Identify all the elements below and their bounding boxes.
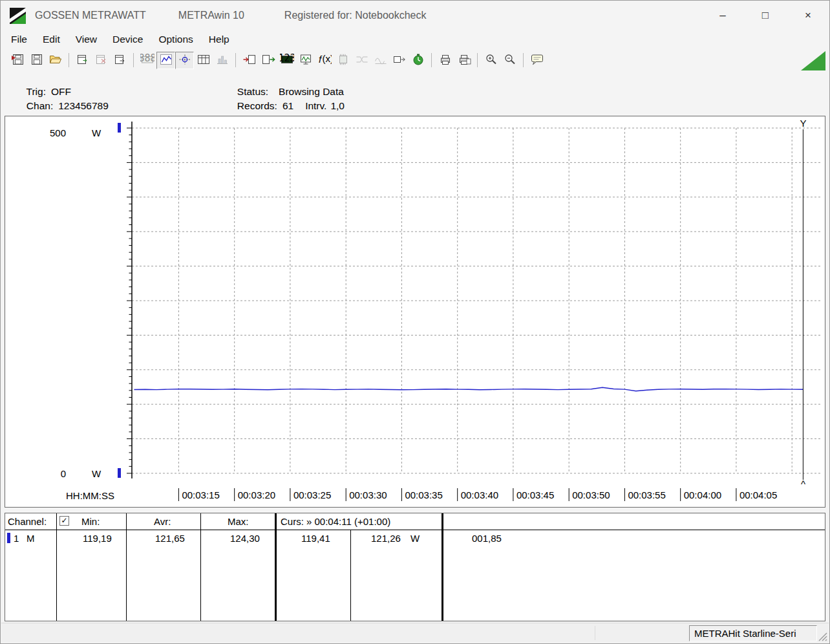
card-export-button[interactable] bbox=[73, 52, 92, 69]
card-next-button[interactable] bbox=[111, 52, 129, 69]
card-export-icon bbox=[76, 53, 90, 68]
chart-line-icon bbox=[159, 53, 173, 68]
table-view-icon bbox=[197, 53, 211, 68]
maximize-button[interactable]: □ bbox=[744, 1, 787, 30]
status-bar: METRAHit Starline-Seri bbox=[1, 623, 829, 643]
chart-xy-icon bbox=[178, 53, 192, 68]
menu-device[interactable]: Device bbox=[105, 32, 151, 47]
menu-file[interactable]: File bbox=[3, 32, 35, 47]
chart-bar-button bbox=[213, 52, 231, 69]
timer-button[interactable] bbox=[409, 52, 427, 69]
numeric-display-icon: 123 bbox=[280, 53, 294, 68]
header-max: Max: bbox=[228, 516, 249, 527]
display-lcd-button: 888 bbox=[138, 52, 156, 69]
title-bar: GOSSEN METRAWATT METRAwin 10 Registered … bbox=[1, 1, 829, 30]
svg-text:0: 0 bbox=[61, 468, 66, 479]
zoom-out-icon bbox=[503, 53, 517, 68]
print-page-icon bbox=[457, 53, 471, 68]
hint-icon bbox=[530, 53, 544, 68]
zoom-in-icon bbox=[484, 53, 498, 68]
toolbar-separator bbox=[477, 53, 478, 67]
svg-text:00:03:15: 00:03:15 bbox=[182, 489, 219, 500]
svg-text:HH:MM:SS: HH:MM:SS bbox=[66, 490, 114, 501]
numeric-display-button[interactable]: 123 bbox=[277, 52, 296, 69]
statusbar-divider bbox=[595, 626, 595, 640]
formula-button[interactable]: f(x) bbox=[315, 52, 334, 69]
title-registered: Registered for: Notebookcheck bbox=[284, 10, 427, 21]
toolbar-separator bbox=[523, 53, 524, 67]
toolbar-corner-triangle-icon bbox=[801, 51, 825, 70]
header-channel: Channel: bbox=[8, 516, 47, 527]
cell-avr: 121,65 bbox=[155, 533, 185, 544]
cell-cursor-1: 119,41 bbox=[301, 533, 330, 544]
file-save-button[interactable] bbox=[27, 52, 46, 69]
power-chart[interactable]: 500W0WHH:MM:SS00:03:1500:03:2000:03:2500… bbox=[5, 116, 825, 507]
channel-split-button bbox=[352, 52, 371, 69]
svg-text:00:03:55: 00:03:55 bbox=[628, 489, 665, 500]
card-delete-icon bbox=[94, 53, 109, 68]
chart-xy-button[interactable] bbox=[175, 52, 194, 69]
menu-options[interactable]: Options bbox=[151, 32, 200, 47]
table-view-button[interactable] bbox=[194, 52, 213, 69]
svg-text:W: W bbox=[92, 468, 101, 479]
transfer-out-button[interactable] bbox=[259, 52, 277, 69]
scope-display-button[interactable] bbox=[296, 52, 315, 69]
folder-open-button[interactable] bbox=[46, 52, 65, 69]
transfer-in-button[interactable] bbox=[240, 52, 259, 69]
channel-split-icon bbox=[355, 53, 369, 68]
menu-view[interactable]: View bbox=[68, 32, 105, 47]
svg-text:00:03:45: 00:03:45 bbox=[516, 489, 554, 500]
cell-channel-number: 1 bbox=[14, 533, 19, 544]
channel-color-marker bbox=[7, 533, 10, 543]
channel-visible-checkbox[interactable]: ✓ bbox=[59, 516, 69, 526]
toolbar-separator bbox=[69, 53, 69, 67]
timer-icon bbox=[411, 53, 425, 68]
svg-text:00:03:25: 00:03:25 bbox=[293, 489, 331, 500]
print-page-button[interactable] bbox=[454, 52, 473, 69]
app-window: GOSSEN METRAWATT METRAwin 10 Registered … bbox=[0, 0, 830, 644]
table-header: Channel: ✓ Min: Avr: Max: Curs: » 00:04:… bbox=[5, 513, 825, 530]
chart-bar-icon bbox=[215, 53, 229, 68]
channel-merge-button bbox=[371, 52, 390, 69]
svg-text:(x): (x) bbox=[322, 53, 332, 64]
folder-open-icon bbox=[48, 53, 63, 68]
title-brand: GOSSEN METRAWATT bbox=[35, 10, 146, 21]
toolbar-separator bbox=[235, 53, 236, 67]
svg-text:00:03:40: 00:03:40 bbox=[461, 489, 498, 500]
print-icon bbox=[438, 53, 452, 68]
send-settings-button[interactable] bbox=[390, 52, 409, 69]
resize-grip[interactable] bbox=[818, 632, 827, 641]
window-controls: – □ × bbox=[701, 1, 829, 30]
card-next-icon bbox=[113, 53, 127, 68]
toolbar-separator bbox=[431, 53, 432, 67]
intrv-label: Intrv. bbox=[305, 100, 326, 111]
cell-extra: 001,85 bbox=[472, 533, 502, 544]
svg-text:00:03:30: 00:03:30 bbox=[349, 489, 387, 500]
menu-edit[interactable]: Edit bbox=[35, 32, 68, 47]
channel-merge-icon bbox=[374, 53, 388, 68]
menu-help[interactable]: Help bbox=[201, 32, 237, 47]
header-avr: Avr: bbox=[154, 516, 171, 527]
device-name-box: METRAHit Starline-Seri bbox=[689, 625, 817, 641]
cell-min: 119,19 bbox=[83, 533, 112, 544]
svg-text:00:04:00: 00:04:00 bbox=[684, 489, 721, 500]
zoom-in-button[interactable] bbox=[482, 52, 500, 69]
minimize-button[interactable]: – bbox=[701, 1, 744, 30]
zoom-out-button[interactable] bbox=[500, 52, 519, 69]
cell-unit: W bbox=[410, 533, 420, 544]
hint-button[interactable] bbox=[527, 52, 546, 69]
file-import-button[interactable] bbox=[8, 52, 27, 69]
svg-text:^: ^ bbox=[801, 478, 805, 489]
chart-line-button[interactable] bbox=[156, 52, 175, 69]
send-settings-icon bbox=[392, 53, 407, 68]
records-value: 61 bbox=[282, 100, 293, 111]
print-button[interactable] bbox=[436, 52, 454, 69]
close-button[interactable]: × bbox=[787, 1, 829, 30]
intrv-value: 1,0 bbox=[330, 100, 345, 111]
svg-text:888: 888 bbox=[140, 53, 154, 64]
toolbar-separator bbox=[133, 53, 134, 67]
svg-text:123: 123 bbox=[280, 53, 294, 64]
svg-text:W: W bbox=[92, 127, 101, 138]
header-cursor: Curs: » 00:04:11 (+01:00) bbox=[281, 516, 390, 527]
svg-text:00:03:50: 00:03:50 bbox=[572, 489, 610, 500]
